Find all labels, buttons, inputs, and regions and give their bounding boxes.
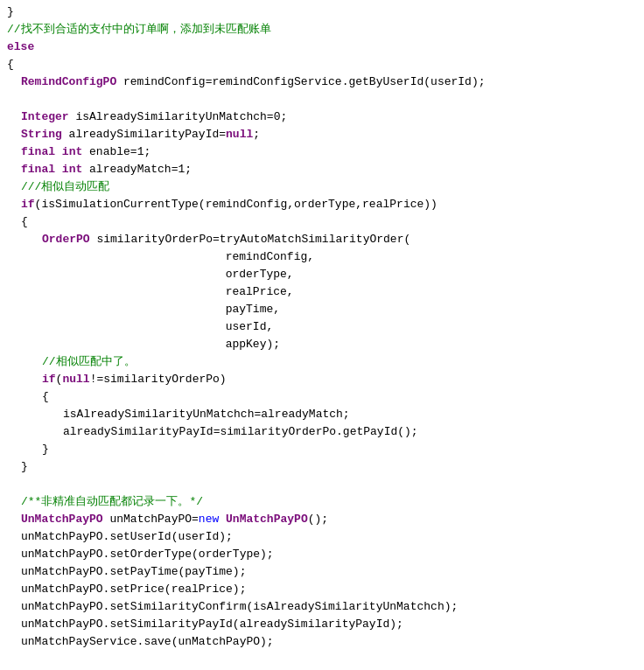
code-line: ///相似自动匹配 [0,178,644,196]
code-line: unMatchPayPO.setPrice(realPrice); [0,581,644,598]
code-line: alreadySimilarityPayId=similarityOrderPo… [0,423,644,441]
code-line [0,651,644,668]
code-line: String alreadySimilarityPayId=null; [0,126,644,143]
code-line: //相似匹配中了。 [0,353,644,371]
code-line: } [0,458,644,476]
code-line: if(null!=similarityOrderPo) [0,371,644,388]
code-line: orderType, [0,266,644,283]
code-line: { [0,213,644,231]
code-line: unMatchPayPO.setUserId(userId); [0,528,644,546]
code-line: OrderPO similarityOrderPo=tryAutoMatchSi… [0,231,644,248]
code-line: RemindConfigPO remindConfig=remindConfig… [0,73,644,91]
code-line: Integer isAlreadySimilarityUnMatchch=0; [0,108,644,126]
code-line: realPrice, [0,283,644,301]
code-line: unMatchPayService.save(unMatchPayPO); [0,633,644,651]
code-line: if(isSimulationCurrentType(remindConfig,… [0,196,644,213]
code-line [0,476,644,493]
code-line: unMatchPayPO.setPayTime(payTime); [0,563,644,581]
code-line: payTime, [0,301,644,318]
code-line: remindConfig, [0,248,644,266]
code-line: { [0,388,644,406]
code-line: final int alreadyMatch=1; [0,161,644,178]
code-line: unMatchPayPO.setOrderType(orderType); [0,546,644,563]
code-line: unMatchPayPO.setSimilarityConfirm(isAlre… [0,598,644,616]
code-line [0,91,644,108]
code-line: } [0,441,644,458]
code-editor: } //找不到合适的支付中的订单啊，添加到未匹配账单 else { Remind… [0,0,644,670]
code-line: } [0,3,644,21]
code-line: else [0,38,644,56]
code-line: /**非精准自动匹配都记录一下。*/ [0,493,644,511]
code-line: UnMatchPayPO unMatchPayPO=new UnMatchPay… [0,511,644,528]
code-line: unMatchPayPO.setSimilarityPayId(alreadyS… [0,616,644,633]
code-line: { [0,56,644,73]
code-line: //找不到合适的支付中的订单啊，添加到未匹配账单 [0,21,644,38]
code-line: isAlreadySimilarityUnMatchch=alreadyMatc… [0,406,644,423]
code-line: userId, [0,318,644,336]
code-line: final int enable=1; [0,143,644,161]
code-line: appKey); [0,336,644,353]
